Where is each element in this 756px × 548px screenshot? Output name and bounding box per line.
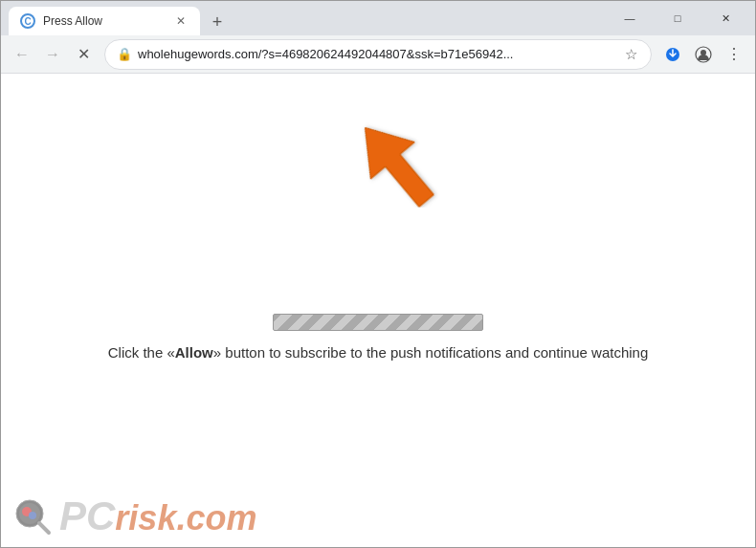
tab-close-button[interactable]: ✕ — [173, 13, 189, 29]
title-bar: Press Allow ✕ + — □ ✕ — [1, 1, 755, 35]
toolbar-right: ⋮ — [659, 41, 747, 68]
instruction-text: Click the «Allow» button to subscribe to… — [108, 342, 649, 364]
watermark: PCrisk.com — [11, 494, 256, 537]
forward-button[interactable]: → — [39, 41, 66, 68]
bookmark-icon[interactable]: ☆ — [623, 44, 639, 65]
minimize-button[interactable]: — — [608, 1, 652, 35]
close-button[interactable]: ✕ — [703, 1, 747, 35]
download-button[interactable] — [659, 41, 686, 68]
lock-icon: 🔒 — [117, 47, 132, 61]
back-button[interactable]: ← — [9, 41, 35, 68]
window-controls: — □ ✕ — [608, 1, 747, 35]
svg-point-7 — [29, 512, 36, 519]
profile-button[interactable] — [690, 41, 717, 68]
tab-title: Press Allow — [43, 14, 166, 28]
content-area: Click the «Allow» button to subscribe to… — [108, 314, 649, 364]
orange-arrow-icon — [359, 102, 455, 208]
svg-line-8 — [39, 523, 49, 533]
reload-button[interactable]: ✕ — [70, 41, 97, 68]
arrow-container — [359, 102, 455, 211]
tab-area: Press Allow ✕ + — [9, 1, 608, 35]
svg-marker-3 — [359, 109, 449, 208]
progress-bar — [273, 314, 483, 331]
allow-word: Allow — [175, 344, 213, 361]
address-bar[interactable]: 🔒 wholehugewords.com/?s=4698206244920448… — [104, 39, 652, 70]
tab-favicon-icon — [20, 13, 35, 29]
browser-toolbar: ← → ✕ 🔒 wholehugewords.com/?s=4698206244… — [1, 35, 755, 74]
logo-text: PCrisk.com — [59, 496, 256, 537]
new-tab-button[interactable]: + — [204, 9, 231, 35]
pcrisk-logo-icon — [11, 494, 54, 537]
menu-button[interactable]: ⋮ — [721, 41, 747, 68]
maximize-button[interactable]: □ — [656, 1, 700, 35]
url-text: wholehugewords.com/?s=469820624492044807… — [138, 47, 617, 61]
web-content: Click the «Allow» button to subscribe to… — [1, 74, 755, 547]
browser-tab[interactable]: Press Allow ✕ — [9, 7, 200, 35]
